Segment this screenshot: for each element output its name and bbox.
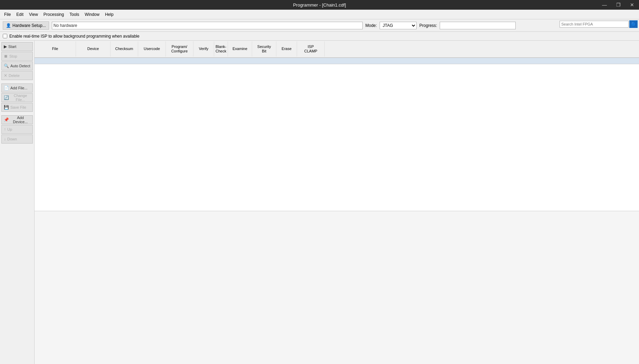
col-header-examine: Examine [228,41,252,57]
left-toolbar: ▶Start⏹Stop🔍Auto Detect✕Delete📄Add File.… [0,41,35,364]
add-file-button[interactable]: 📄Add File... [1,83,33,92]
save-file-label: Save File [10,105,26,109]
change-file-icon: 🔄 [4,95,9,100]
auto-detect-label: Auto Detect [10,64,30,68]
restore-button[interactable]: ❐ [611,0,625,10]
search-bar: 🔵 [560,19,639,29]
hardware-setup-label: Hardware Setup... [12,23,46,28]
col-header-device: Device [76,41,111,57]
col-header-checksum: Checksum [111,41,138,57]
close-button[interactable]: ✕ [625,0,639,10]
col-header-file: File [35,41,76,57]
progress-label: Progress: [419,23,437,28]
hardware-setup-icon: 👤 [6,23,11,28]
col-header-verify: Verify [193,41,214,57]
menu-item-edit[interactable]: Edit [13,11,26,18]
progress-bar [440,22,516,29]
mode-label: Mode: [365,23,377,28]
main-area: ▶Start⏹Stop🔍Auto Detect✕Delete📄Add File.… [0,41,639,364]
auto-detect-icon: 🔍 [4,63,9,68]
up-button: ↑Up [1,125,33,134]
menu-item-help[interactable]: Help [102,11,116,18]
add-device-label: Add Device... [10,116,30,124]
content-area: FileDeviceChecksumUsercodeProgram/Config… [35,41,639,364]
selected-row[interactable] [35,58,639,64]
stop-icon: ⏹ [4,54,8,59]
add-device-icon: 📌 [4,117,9,122]
stop-label: Stop [9,54,17,58]
window-title: Programmer - [Chain1.cdf] [293,2,346,8]
hardware-value-input[interactable] [52,22,363,29]
menu-item-processing[interactable]: Processing [41,11,67,18]
save-file-icon: 💾 [4,105,9,110]
isp-label: Enable real-time ISP to allow background… [9,34,140,39]
col-header-security: SecurityBit [252,41,276,57]
add-file-icon: 📄 [4,86,9,90]
change-file-label: Change File... [10,94,30,102]
isp-checkbox[interactable] [3,34,7,38]
start-icon: ▶ [4,44,7,49]
menu-item-file[interactable]: File [1,11,13,18]
down-label: Down [7,137,17,141]
mode-select[interactable]: JTAG Active Serial Passive Serial [380,22,417,29]
up-label: Up [7,127,12,131]
up-icon: ↑ [4,127,6,132]
table-body [35,58,639,211]
search-input[interactable] [560,21,629,28]
lower-area [35,211,639,364]
title-bar: Programmer - [Chain1.cdf] — ❐ ✕ [0,0,639,10]
delete-icon: ✕ [4,73,7,78]
menu-bar: FileEditViewProcessingToolsWindowHelp [0,10,639,19]
col-header-isp: ISPCLAMP [297,41,325,57]
minimize-button[interactable]: — [598,0,611,10]
start-label: Start [8,45,16,49]
auto-detect-button[interactable]: 🔍Auto Detect [1,61,33,70]
add-device-button[interactable]: 📌Add Device... [1,115,33,124]
menu-item-tools[interactable]: Tools [67,11,82,18]
col-header-program: Program/Configure [166,41,193,57]
menu-item-view[interactable]: View [26,11,41,18]
start-button[interactable]: ▶Start [1,42,33,51]
col-header-erase: Erase [276,41,297,57]
delete-label: Delete [9,73,20,78]
down-button: ↓Down [1,135,33,144]
down-icon: ↓ [4,137,6,141]
hardware-setup-button[interactable]: 👤 Hardware Setup... [3,21,49,30]
change-file-button: 🔄Change File... [1,93,33,102]
save-file-button: 💾Save File [1,103,33,112]
window-controls: — ❐ ✕ [598,0,639,10]
search-icon: 🔵 [631,22,636,27]
table-header: FileDeviceChecksumUsercodeProgram/Config… [35,41,639,58]
delete-button: ✕Delete [1,71,33,80]
isp-row: Enable real-time ISP to allow background… [0,32,639,41]
hardware-row: 👤 Hardware Setup... Mode: JTAG Active Se… [0,19,639,32]
menu-item-window[interactable]: Window [82,11,102,18]
stop-button: ⏹Stop [1,52,33,61]
search-button[interactable]: 🔵 [629,20,638,28]
col-header-blank-check: Blank-Check [214,41,228,57]
col-header-usercode: Usercode [138,41,166,57]
add-file-label: Add File... [10,86,28,90]
